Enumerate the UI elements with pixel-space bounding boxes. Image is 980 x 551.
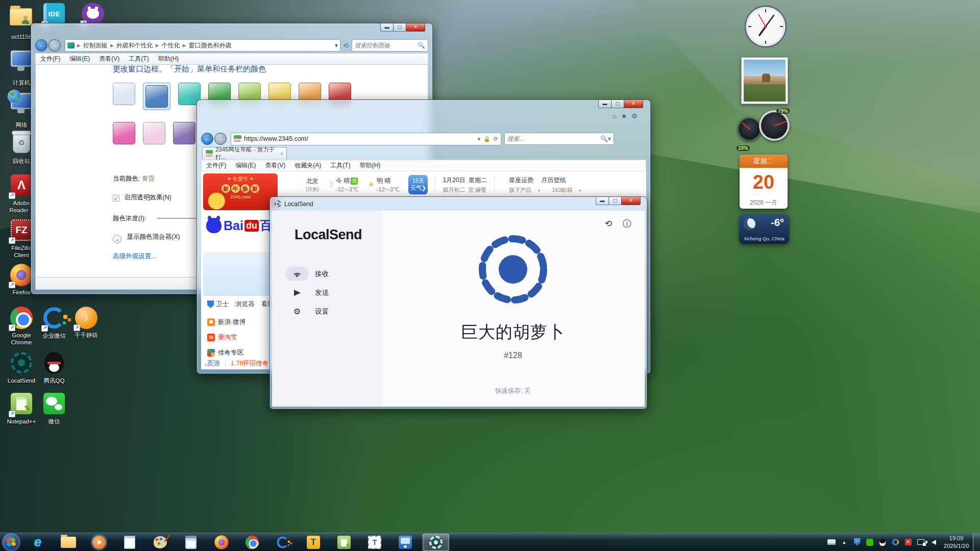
color-swatch[interactable] [173, 122, 195, 144]
localsend-titlebar[interactable]: LocalSend [270, 197, 647, 211]
color-swatch[interactable] [113, 122, 135, 144]
nav-send[interactable]: 发送 [272, 283, 381, 302]
search-input[interactable] [507, 136, 600, 142]
search-icon[interactable]: 🔍▾ [600, 135, 611, 142]
menu-edit[interactable]: 编辑(E) [69, 55, 90, 63]
tab-guard[interactable]: 卫士 [216, 300, 229, 309]
cpu-meter-gadget[interactable]: 20% 79% [737, 108, 790, 151]
touch-keyboard-icon[interactable] [827, 538, 836, 546]
taskbar-localsend-active[interactable] [423, 534, 449, 551]
wallpaper-link[interactable]: 月历壁纸 [541, 177, 566, 184]
nav-settings[interactable]: ⚙ 设置 [272, 302, 381, 321]
color-swatch[interactable] [113, 83, 135, 105]
nav-receive[interactable]: 接收 [272, 264, 381, 283]
taskbar-firefox[interactable] [208, 534, 235, 551]
taskbar-calculator[interactable] [178, 534, 204, 551]
hidden-icons-arrow[interactable]: ▲ [840, 538, 848, 546]
desktop-icon-chrome[interactable]: ↗ Google Chrome [3, 306, 40, 346]
mail163-dropdown[interactable]: 163邮箱 ▾ [552, 187, 586, 193]
minimize-button[interactable]: ▬ [598, 100, 611, 108]
taskbar-notepad[interactable] [116, 534, 143, 551]
products-dropdown[interactable]: 旗下产品 ▾ [509, 187, 545, 193]
desktop-icon-github[interactable]: ↗ [75, 2, 111, 26]
menu-file[interactable]: 文件(F) [40, 55, 60, 63]
city-block[interactable]: 北京 [切换] [306, 177, 319, 193]
weather-gadget[interactable]: -6° Xicheng Qu, China [739, 214, 789, 244]
search-input[interactable] [355, 42, 418, 48]
desktop-icon-localsend[interactable]: LocalSend [3, 351, 40, 384]
taskbar-remote-panel[interactable] [392, 534, 419, 551]
desktop-icon-wechat[interactable]: 微信 [36, 392, 72, 425]
minimize-button[interactable]: ▬ [596, 197, 609, 205]
minimize-button[interactable]: ▬ [380, 23, 394, 32]
forecast-15day-button[interactable]: 15天 天气❯ [408, 175, 428, 194]
ie-searchbox[interactable]: 🔍▾ [504, 133, 614, 145]
taskbar-texteditor[interactable]: T [361, 534, 388, 551]
alert-tray-icon[interactable]: ✕ [904, 538, 912, 546]
close-button[interactable]: ✕ [624, 100, 643, 108]
link-sina-weibo[interactable]: 新浪·微博 [207, 314, 246, 330]
taskbar-ie[interactable]: e [24, 534, 51, 551]
crumb-window-color[interactable]: 窗口颜色和外观 [189, 41, 232, 50]
info-icon[interactable]: ⓘ [623, 219, 631, 229]
desktop-icon-qianqian[interactable]: ♪↗ 千千静听 [68, 306, 105, 339]
switch-city-link[interactable]: [切换] [306, 186, 319, 193]
qq-tray-icon[interactable] [878, 538, 887, 546]
forward-button[interactable]: → [48, 39, 61, 52]
maximize-button[interactable]: ▢ [608, 197, 622, 205]
transparency-option[interactable]: ✓ 启用透明效果(N) [113, 193, 172, 202]
tab-close-icon[interactable]: × [280, 151, 283, 157]
menu-help[interactable]: 帮助(H) [360, 161, 381, 170]
menu-tools[interactable]: 工具(T) [330, 161, 350, 170]
crumb-appearance[interactable]: 外观和个性化 [116, 41, 153, 50]
taskbar-paint[interactable] [147, 534, 174, 551]
control-panel-searchbox[interactable]: 🔍 [352, 39, 428, 52]
refresh-icon[interactable]: ⟲ [343, 42, 349, 49]
refresh-icon[interactable]: ⟳ [494, 136, 498, 142]
game-row-game[interactable]: 游戏 龘 2026新传奇 [207, 369, 273, 369]
desktop-icon-qq[interactable]: 腾讯QQ [36, 351, 72, 384]
browser-tab[interactable]: 2345网址导航 - 致力于打... × [202, 147, 287, 160]
close-button[interactable]: ✕ [621, 197, 641, 205]
taskbar-notepadpp[interactable] [331, 534, 357, 551]
collapse-arrow[interactable]: « [204, 361, 208, 368]
chevron-down-icon[interactable]: ⌄ [113, 235, 121, 243]
menu-edit[interactable]: 编辑(E) [235, 161, 256, 170]
start-button[interactable] [2, 533, 20, 551]
crumb-control-panel[interactable]: 控制面板 [83, 41, 108, 50]
home-icon[interactable]: ⌂ [612, 112, 621, 120]
close-button[interactable]: ✕ [406, 23, 425, 32]
taskbar-clock[interactable]: 19:09 2026/1/20 [944, 535, 969, 550]
menu-favorites[interactable]: 收藏夹(A) [295, 161, 321, 170]
desktop-icon-wecom[interactable]: ↗ 企业微信 [36, 306, 72, 339]
maximize-button[interactable]: ▢ [393, 23, 406, 32]
photo-frame-gadget[interactable] [741, 57, 788, 104]
newyear-banner[interactable]: ✦ 年货节 ✦ 新 年 焕 新 2345.com [203, 173, 278, 210]
link-aitaobao[interactable]: 淘爱淘宝 [207, 330, 246, 345]
address-bar[interactable]: ▾ 🔒 ⟳ [231, 133, 501, 145]
network-tray-icon[interactable] [917, 538, 925, 546]
maximize-button[interactable]: ▢ [611, 100, 624, 108]
desktop-icon-notepadpp[interactable]: ↗ Notepad++ [3, 392, 40, 425]
color-swatch[interactable] [143, 122, 165, 144]
settings-gear-icon[interactable]: ⚙ [631, 112, 642, 120]
menu-help[interactable]: 帮助(H) [158, 55, 179, 63]
tab-browser[interactable]: 浏览器 [235, 300, 255, 309]
menu-view[interactable]: 查看(V) [99, 55, 119, 63]
clock-gadget[interactable] [744, 5, 787, 48]
security-shield-icon[interactable]: ✓ [853, 538, 861, 546]
taskbar-tim[interactable]: T [300, 534, 327, 551]
breadcrumb[interactable]: ▶控制面板 ▶外观和个性化 ▶个性化 ▶窗口颜色和外观 ▾ [65, 39, 340, 52]
back-button[interactable]: ← [35, 39, 47, 52]
crumb-personalize[interactable]: 个性化 [162, 41, 180, 50]
calendar-gadget[interactable]: 星期二 20 2026 一月 [740, 155, 788, 209]
taskbar-explorer[interactable] [55, 534, 82, 551]
url-input[interactable] [244, 135, 475, 142]
horoscope-link[interactable]: 星座运势 [509, 177, 533, 184]
history-icon[interactable]: ⟲ [605, 219, 612, 229]
autocomplete-caret-icon[interactable]: ▾ [478, 136, 481, 142]
taskbar-wecom[interactable] [270, 534, 296, 551]
forward-button[interactable]: → [214, 133, 227, 145]
transparency-checkbox[interactable]: ✓ [113, 195, 119, 202]
taskbar-media-player[interactable] [86, 534, 112, 551]
